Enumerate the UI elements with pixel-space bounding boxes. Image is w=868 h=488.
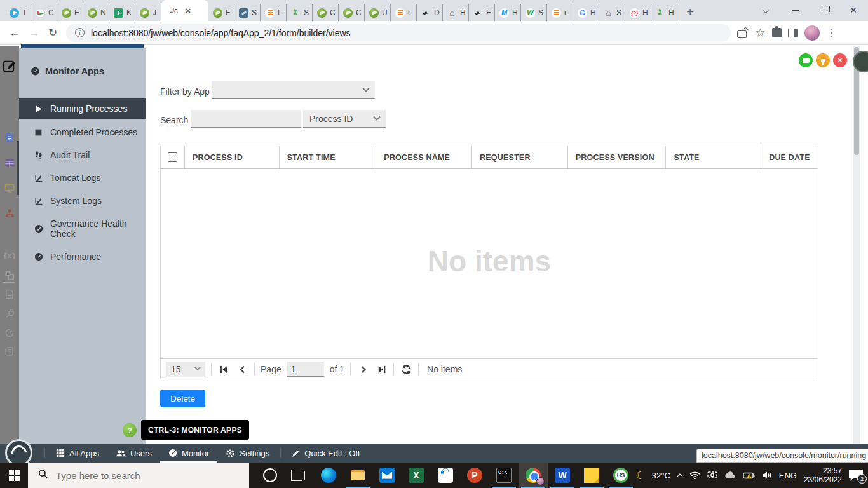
refresh-icon[interactable] bbox=[400, 363, 412, 376]
cast-icon[interactable] bbox=[707, 471, 717, 480]
start-button[interactable] bbox=[0, 463, 28, 488]
sidebar-item-governance-health-check[interactable]: Governance Health Check bbox=[19, 214, 133, 243]
next-page-icon[interactable] bbox=[356, 363, 369, 376]
restore-button[interactable] bbox=[810, 0, 839, 21]
browser-tab[interactable]: H bbox=[443, 4, 469, 21]
reload-button[interactable] bbox=[43, 24, 62, 43]
column-header-start-time[interactable]: START TIME bbox=[280, 146, 377, 168]
select-all-checkbox[interactable] bbox=[168, 152, 177, 162]
column-header-requester[interactable]: REQUESTER bbox=[472, 146, 568, 168]
browser-tab[interactable]: H bbox=[495, 4, 521, 21]
browser-tab[interactable]: C bbox=[31, 4, 57, 21]
browser-tab[interactable]: H bbox=[625, 4, 651, 21]
admin-bar-quick-edit[interactable]: Quick Edit : Off bbox=[283, 444, 368, 463]
browser-tab[interactable]: T bbox=[5, 4, 31, 21]
browser-tab[interactable]: L bbox=[261, 4, 287, 21]
profile-avatar[interactable] bbox=[804, 25, 820, 41]
browser-tab[interactable]: S bbox=[234, 4, 261, 21]
image-doc-icon[interactable] bbox=[3, 287, 17, 301]
edit-form-icon[interactable] bbox=[3, 58, 17, 72]
browser-menu-icon[interactable] bbox=[826, 27, 843, 39]
first-page-icon[interactable] bbox=[217, 363, 230, 376]
taskbar-edge[interactable] bbox=[314, 463, 343, 488]
tab-search-chevron-icon[interactable] bbox=[751, 0, 780, 21]
page-size-select[interactable]: 15 bbox=[166, 362, 205, 377]
share-icon[interactable] bbox=[737, 28, 749, 38]
battery-warning-icon[interactable] bbox=[743, 471, 755, 480]
sidebar-item-performance[interactable]: Performance bbox=[19, 247, 146, 266]
taskbar-store[interactable] bbox=[431, 463, 460, 488]
volume-icon[interactable] bbox=[762, 471, 772, 480]
taskbar-powerpoint[interactable] bbox=[460, 463, 489, 488]
site-info-icon[interactable] bbox=[75, 28, 85, 37]
back-button[interactable] bbox=[5, 24, 24, 43]
tray-expand-icon[interactable] bbox=[676, 473, 683, 480]
process-sitemap-icon[interactable] bbox=[3, 207, 17, 220]
extensions-icon[interactable] bbox=[772, 28, 782, 37]
side-panel-icon[interactable] bbox=[788, 29, 798, 37]
weather-moon-icon[interactable] bbox=[635, 470, 644, 482]
admin-bar-users[interactable]: Users bbox=[107, 444, 160, 463]
browser-tab-active[interactable]: Jc bbox=[161, 0, 208, 21]
minimize-button[interactable] bbox=[780, 0, 810, 21]
onedrive-icon[interactable] bbox=[724, 471, 736, 479]
translate-icon[interactable] bbox=[3, 268, 17, 282]
panel-minimize-button[interactable] bbox=[799, 53, 813, 67]
browser-tab[interactable]: F bbox=[469, 4, 495, 21]
browser-tab[interactable]: N bbox=[83, 4, 109, 21]
bookmark-star-icon[interactable] bbox=[755, 25, 766, 40]
panel-pin-button[interactable] bbox=[816, 53, 830, 67]
column-header-process-name[interactable]: PROCESS NAME bbox=[376, 146, 472, 168]
browser-tab[interactable]: H bbox=[651, 4, 677, 21]
browser-tab[interactable]: S bbox=[599, 4, 625, 21]
column-header-due-date[interactable]: DUE DATE bbox=[761, 146, 818, 168]
browser-tab[interactable]: r bbox=[547, 4, 573, 21]
clock[interactable]: 23:57 23/06/2022 bbox=[804, 466, 842, 484]
browser-tab[interactable]: r bbox=[391, 4, 417, 21]
taskbar-excel[interactable] bbox=[402, 463, 431, 488]
browser-tab[interactable]: F bbox=[208, 4, 234, 21]
taskbar-mail[interactable] bbox=[372, 463, 402, 488]
taskbar-search[interactable] bbox=[28, 463, 249, 488]
taskbar-chrome[interactable] bbox=[519, 463, 548, 488]
admin-bar-monitor[interactable]: Monitor bbox=[160, 444, 217, 463]
plugin-icon[interactable] bbox=[3, 306, 17, 320]
action-center-icon[interactable]: 2 bbox=[849, 470, 863, 481]
panel-close-button[interactable] bbox=[833, 53, 847, 67]
page-number-input[interactable] bbox=[287, 362, 324, 377]
browser-tab[interactable]: F bbox=[57, 4, 83, 21]
sidebar-item-system-logs[interactable]: System Logs bbox=[19, 191, 146, 210]
userview-monitor-icon[interactable] bbox=[3, 181, 17, 195]
wifi-icon[interactable] bbox=[689, 471, 700, 480]
variables-icon[interactable] bbox=[3, 249, 17, 263]
cortana-icon[interactable] bbox=[263, 468, 277, 482]
close-icon[interactable] bbox=[183, 6, 193, 16]
new-tab-button[interactable] bbox=[681, 3, 699, 21]
taskbar-search-input[interactable] bbox=[56, 470, 215, 481]
forward-button[interactable] bbox=[24, 24, 43, 43]
temperature[interactable]: 32°C bbox=[652, 471, 670, 480]
browser-tab[interactable]: S bbox=[287, 4, 313, 21]
browser-tab[interactable]: H bbox=[573, 4, 599, 21]
search-input[interactable] bbox=[191, 110, 301, 128]
sidebar-item-completed-processes[interactable]: Completed Processes bbox=[19, 123, 146, 142]
taskbar-word[interactable] bbox=[548, 463, 577, 488]
browser-tab[interactable]: S bbox=[521, 4, 547, 21]
help-icon[interactable]: ? bbox=[123, 423, 137, 437]
sidebar-item-tomcat-logs[interactable]: Tomcat Logs bbox=[19, 168, 146, 187]
column-header-state[interactable]: STATE bbox=[666, 146, 761, 168]
browser-tab[interactable]: K bbox=[109, 4, 135, 21]
taskbar-cmd[interactable] bbox=[489, 463, 519, 488]
prev-page-icon[interactable] bbox=[236, 363, 248, 376]
browser-tab[interactable]: C bbox=[339, 4, 365, 21]
scroll-icon[interactable] bbox=[3, 344, 17, 358]
column-header-process-version[interactable]: PROCESS VERSION bbox=[568, 146, 667, 168]
taskbar-sticky-notes[interactable] bbox=[577, 463, 606, 488]
admin-bar-settings[interactable]: Settings bbox=[217, 444, 278, 463]
gauge-icon[interactable] bbox=[3, 325, 17, 339]
browser-tab[interactable]: J bbox=[135, 4, 161, 21]
admin-bar-all-apps[interactable]: All Apps bbox=[48, 444, 107, 463]
page-scrollbar[interactable] bbox=[853, 46, 860, 444]
task-view-icon[interactable] bbox=[291, 470, 302, 481]
filter-by-app-select[interactable] bbox=[212, 81, 375, 99]
